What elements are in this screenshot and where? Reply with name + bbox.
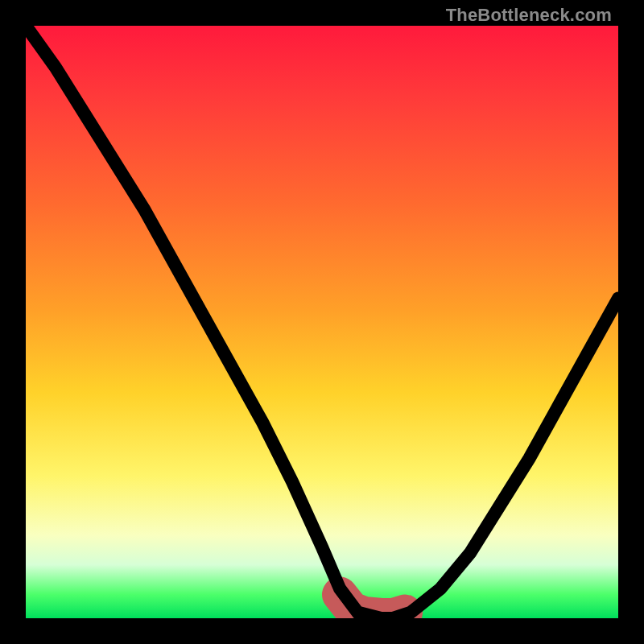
watermark-text: TheBottleneck.com	[446, 5, 612, 26]
plot-area	[26, 26, 618, 618]
curve-path	[26, 26, 618, 618]
bottleneck-curve	[26, 26, 618, 618]
chart-frame: TheBottleneck.com	[0, 0, 644, 644]
